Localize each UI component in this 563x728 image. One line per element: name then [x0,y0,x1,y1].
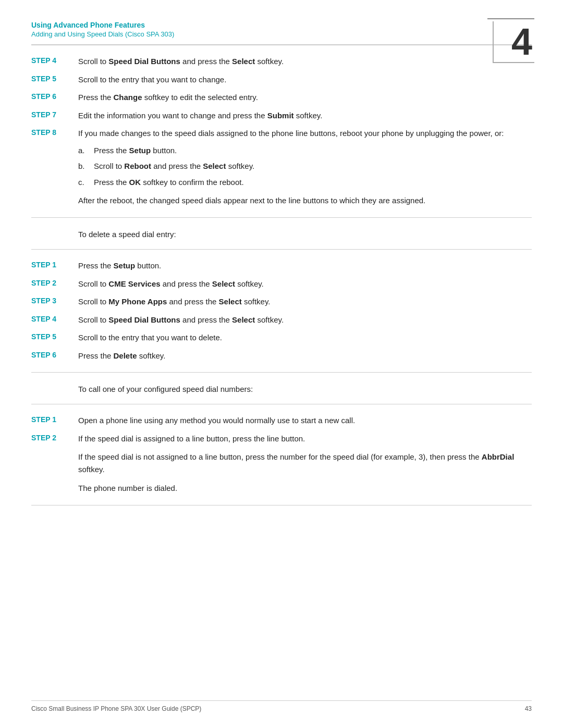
step-7: STEP 7 Edit the information you want to … [31,110,532,122]
call-step-2-note2: The phone number is dialed. [78,482,532,495]
sub-step-b: b. Scroll to Reboot and press the Select… [78,161,532,172]
call-step-2-main: If the speed dial is assigned to a line … [78,434,305,443]
sub-step-c: c. Press the OK softkey to confirm the r… [78,177,532,189]
step-7-label: STEP 7 [31,110,78,119]
call-step-2-content: If the speed dial is assigned to a line … [78,433,532,495]
steps-section3: STEP 1 Open a phone line using any metho… [31,415,532,495]
sub-step-c-content: Press the OK softkey to confirm the rebo… [94,177,244,189]
call-step-1-content: Open a phone line using any method you w… [78,415,532,427]
step-6-content: Press the Change softkey to edit the sel… [78,92,532,104]
chapter-number: 4 [511,23,532,60]
delete-step-6-content: Press the Delete softkey. [78,350,532,362]
page-footer: Cisco Small Business IP Phone SPA 30X Us… [31,700,532,712]
step-5-label: STEP 5 [31,74,78,83]
sub-step-b-label: b. [78,161,94,172]
chapter-badge-line [487,18,534,19]
step-4-content: Scroll to Speed Dial Buttons and press t… [78,56,532,68]
delete-step-5: STEP 5 Scroll to the entry that you want… [31,332,532,344]
delete-step-1-label: STEP 1 [31,260,78,269]
delete-step-5-content: Scroll to the entry that you want to del… [78,332,532,344]
call-step-2: STEP 2 If the speed dial is assigned to … [31,433,532,495]
delete-step-6: STEP 6 Press the Delete softkey. [31,350,532,362]
delete-step-1: STEP 1 Press the Setup button. [31,260,532,272]
divider-1 [31,217,532,218]
delete-step-4-label: STEP 4 [31,314,78,323]
delete-step-1-content: Press the Setup button. [78,260,532,272]
delete-step-2: STEP 2 Scroll to CME Services and press … [31,278,532,290]
delete-step-2-label: STEP 2 [31,278,78,287]
sub-step-a-content: Press the Setup button. [94,145,177,157]
chapter-badge-box: 4 [493,21,534,63]
chapter-title: Using Advanced Phone Features [31,21,532,29]
sub-steps: a. Press the Setup button. b. Scroll to … [78,145,532,189]
chapter-badge: 4 [487,18,534,63]
divider-2 [31,249,532,250]
delete-step-3-label: STEP 3 [31,296,78,305]
sub-step-b-content: Scroll to Reboot and press the Select so… [94,161,254,172]
steps-section1: STEP 4 Scroll to Speed Dial Buttons and … [31,56,532,121]
chapter-subtitle: Adding and Using Speed Dials (Cisco SPA … [31,30,532,38]
step-6: STEP 6 Press the Change softkey to edit … [31,92,532,104]
call-step-2-note1: If the speed dial is not assigned to a l… [78,451,532,476]
call-step-2-label: STEP 2 [31,433,78,442]
delete-step-2-content: Scroll to CME Services and press the Sel… [78,278,532,290]
step-8-main-text: If you made changes to the speed dials a… [78,129,504,138]
sub-step-a: a. Press the Setup button. [78,145,532,157]
delete-step-6-label: STEP 6 [31,350,78,359]
page-header: Using Advanced Phone Features Adding and… [0,0,563,38]
step-6-label: STEP 6 [31,92,78,101]
divider-4 [31,404,532,404]
page-container: Using Advanced Phone Features Adding and… [0,0,563,728]
step-4-label: STEP 4 [31,56,78,65]
call-step-1: STEP 1 Open a phone line using any metho… [31,415,532,427]
call-intro: To call one of your configured speed dia… [78,383,532,396]
divider-5 [31,505,532,505]
step-8-note: After the reboot, the changed speed dial… [78,194,532,207]
step-7-content: Edit the information you want to change … [78,110,532,122]
steps-section2: STEP 1 Press the Setup button. STEP 2 Sc… [31,260,532,362]
step-8-label: STEP 8 [31,128,78,137]
step-5-content: Scroll to the entry that you want to cha… [78,74,532,86]
delete-intro: To delete a speed dial entry: [78,228,532,241]
call-step-1-label: STEP 1 [31,415,78,424]
footer-left-text: Cisco Small Business IP Phone SPA 30X Us… [31,705,201,712]
step-4: STEP 4 Scroll to Speed Dial Buttons and … [31,56,532,68]
main-content: STEP 4 Scroll to Speed Dial Buttons and … [0,45,563,505]
delete-step-3: STEP 3 Scroll to My Phone Apps and press… [31,296,532,308]
step-5: STEP 5 Scroll to the entry that you want… [31,74,532,86]
footer-page-number: 43 [525,705,532,712]
divider-3 [31,372,532,373]
sub-step-a-label: a. [78,145,94,157]
step-8-content: If you made changes to the speed dials a… [78,128,532,207]
step-8: STEP 8 If you made changes to the speed … [31,128,532,207]
delete-step-5-label: STEP 5 [31,332,78,341]
delete-step-4: STEP 4 Scroll to Speed Dial Buttons and … [31,314,532,326]
sub-step-c-label: c. [78,177,94,189]
delete-step-4-content: Scroll to Speed Dial Buttons and press t… [78,314,532,326]
delete-step-3-content: Scroll to My Phone Apps and press the Se… [78,296,532,308]
